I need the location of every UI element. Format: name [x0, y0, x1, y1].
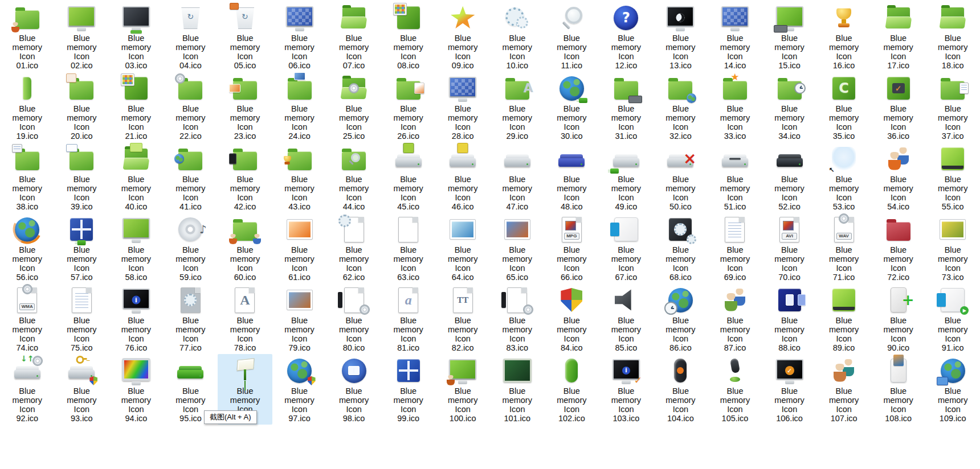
file-icon-01[interactable]: BluememoryIcon01.ico	[0, 1, 55, 72]
file-icon-02[interactable]: BluememoryIcon02.ico	[55, 1, 109, 72]
file-icon-77[interactable]: BluememoryIcon77.ico	[164, 283, 218, 354]
file-icon-32[interactable]: BluememoryIcon32.ico	[654, 72, 708, 142]
file-icon-69[interactable]: BluememoryIcon69.ico	[708, 213, 762, 283]
file-icon-55[interactable]: BluememoryIcon55.ico	[925, 142, 980, 213]
file-icon-92[interactable]: ↓↑BluememoryIcon92.ico	[0, 354, 55, 425]
file-icon-44[interactable]: BluememoryIcon44.ico	[326, 142, 381, 213]
file-icon-06[interactable]: BluememoryIcon06.ico	[272, 1, 327, 72]
file-icon-43[interactable]: BluememoryIcon43.ico	[272, 142, 327, 213]
file-icon-104[interactable]: BluememoryIcon104.ico	[654, 354, 708, 425]
file-icon-64[interactable]: BluememoryIcon64.ico	[435, 213, 490, 283]
file-icon-20[interactable]: BluememoryIcon20.ico	[55, 72, 109, 142]
file-icon-59[interactable]: ♪BluememoryIcon59.ico	[164, 213, 218, 283]
file-icon-13[interactable]: BluememoryIcon13.ico	[654, 1, 708, 72]
file-icon-74[interactable]: WMABluememoryIcon74.ico	[0, 283, 55, 354]
file-icon-07[interactable]: BluememoryIcon07.ico	[326, 1, 381, 72]
file-icon-51[interactable]: BluememoryIcon51.ico	[708, 142, 762, 213]
file-icon-58[interactable]: BluememoryIcon58.ico	[109, 213, 164, 283]
file-icon-11[interactable]: BluememoryIcon11.ico	[545, 1, 599, 72]
file-icon-90[interactable]: +BluememoryIcon90.ico	[871, 283, 926, 354]
file-icon-100[interactable]: BluememoryIcon100.ico	[435, 354, 490, 425]
file-icon-85[interactable]: BluememoryIcon85.ico	[599, 283, 654, 354]
file-icon-17[interactable]: BluememoryIcon17.ico	[871, 1, 926, 72]
file-icon-30[interactable]: BluememoryIcon30.ico	[545, 72, 599, 142]
file-icon-71[interactable]: WAVBluememoryIcon71.ico	[816, 213, 871, 283]
file-icon-12[interactable]: ?BluememoryIcon12.ico	[599, 1, 654, 72]
file-icon-91[interactable]: ▶BluememoryIcon91.ico	[925, 283, 980, 354]
file-icon-101[interactable]: BluememoryIcon101.ico	[490, 354, 545, 425]
file-icon-65[interactable]: BluememoryIcon65.ico	[490, 213, 545, 283]
file-icon-45[interactable]: BluememoryIcon45.ico	[381, 142, 436, 213]
file-icon-81[interactable]: aBluememoryIcon81.ico	[381, 283, 436, 354]
file-icon-46[interactable]: BluememoryIcon46.ico	[435, 142, 490, 213]
file-icon-88[interactable]: BluememoryIcon88.ico	[762, 283, 817, 354]
file-icon-63[interactable]: BluememoryIcon63.ico	[381, 213, 436, 283]
file-icon-42[interactable]: BluememoryIcon42.ico	[218, 142, 272, 213]
file-icon-57[interactable]: BluememoryIcon57.ico	[55, 213, 109, 283]
file-icon-25[interactable]: BluememoryIcon25.ico	[326, 72, 381, 142]
file-icon-22[interactable]: BluememoryIcon22.ico	[164, 72, 218, 142]
file-icon-70[interactable]: AVIBluememoryIcon70.ico	[762, 213, 817, 283]
file-icon-68[interactable]: BluememoryIcon68.ico	[654, 213, 708, 283]
file-icon-41[interactable]: BluememoryIcon41.ico	[164, 142, 218, 213]
file-icon-35[interactable]: CBluememoryIcon35.ico	[816, 72, 871, 142]
file-icon-97[interactable]: BluememoryIcon97.ico	[272, 354, 327, 425]
file-icon-105[interactable]: BluememoryIcon105.ico	[708, 354, 762, 425]
file-icon-14[interactable]: BluememoryIcon14.ico	[708, 1, 762, 72]
file-icon-93[interactable]: BluememoryIcon93.ico	[55, 354, 109, 425]
file-icon-107[interactable]: BluememoryIcon107.ico	[816, 354, 871, 425]
file-icon-36[interactable]: ✓BluememoryIcon36.ico	[871, 72, 926, 142]
file-icon-75[interactable]: BluememoryIcon75.ico	[55, 283, 109, 354]
file-icon-54[interactable]: BluememoryIcon54.ico	[871, 142, 926, 213]
file-icon-47[interactable]: BluememoryIcon47.ico	[490, 142, 545, 213]
file-icon-21[interactable]: BluememoryIcon21.ico	[109, 72, 164, 142]
file-icon-99[interactable]: BluememoryIcon99.ico	[381, 354, 436, 425]
file-icon-60[interactable]: BluememoryIcon60.ico	[218, 213, 272, 283]
file-icon-08[interactable]: BluememoryIcon08.ico	[381, 1, 436, 72]
file-icon-62[interactable]: BluememoryIcon62.ico	[326, 213, 381, 283]
file-icon-67[interactable]: BluememoryIcon67.ico	[599, 213, 654, 283]
file-icon-50[interactable]: ×BluememoryIcon50.ico	[654, 142, 708, 213]
file-icon-61[interactable]: BluememoryIcon61.ico	[272, 213, 327, 283]
file-icon-106[interactable]: ✓BluememoryIcon106.ico	[762, 354, 817, 425]
file-icon-38[interactable]: BluememoryIcon38.ico	[0, 142, 55, 213]
file-icon-53[interactable]: ↖BluememoryIcon53.ico	[816, 142, 871, 213]
file-icon-83[interactable]: BluememoryIcon83.ico	[490, 283, 545, 354]
file-icon-03[interactable]: BluememoryIcon03.ico	[109, 1, 164, 72]
file-icon-66[interactable]: MPGBluememoryIcon66.ico	[545, 213, 599, 283]
file-icon-72[interactable]: BluememoryIcon72.ico	[871, 213, 926, 283]
file-icon-19[interactable]: BluememoryIcon19.ico	[0, 72, 55, 142]
file-icon-78[interactable]: ABluememoryIcon78.ico	[218, 283, 272, 354]
file-icon-56[interactable]: BluememoryIcon56.ico	[0, 213, 55, 283]
file-icon-109[interactable]: BluememoryIcon109.ico	[925, 354, 980, 425]
file-icon-05[interactable]: BluememoryIcon05.ico	[218, 1, 272, 72]
file-icon-102[interactable]: BluememoryIcon102.ico	[545, 354, 599, 425]
file-icon-80[interactable]: BluememoryIcon80.ico	[326, 283, 381, 354]
file-icon-82[interactable]: TTBluememoryIcon82.ico	[435, 283, 490, 354]
file-icon-04[interactable]: BluememoryIcon04.ico	[164, 1, 218, 72]
file-icon-09[interactable]: BluememoryIcon09.ico	[435, 1, 490, 72]
file-icon-16[interactable]: BluememoryIcon16.ico	[816, 1, 871, 72]
file-icon-89[interactable]: BluememoryIcon89.ico	[816, 283, 871, 354]
file-icon-31[interactable]: BluememoryIcon31.ico	[599, 72, 654, 142]
file-icon-87[interactable]: BluememoryIcon87.ico	[708, 283, 762, 354]
file-icon-40[interactable]: BluememoryIcon40.ico	[109, 142, 164, 213]
file-icon-24[interactable]: BluememoryIcon24.ico	[272, 72, 327, 142]
file-icon-103[interactable]: i✓BluememoryIcon103.ico	[599, 354, 654, 425]
file-icon-10[interactable]: BluememoryIcon10.ico	[490, 1, 545, 72]
file-icon-18[interactable]: BluememoryIcon18.ico	[925, 1, 980, 72]
file-icon-23[interactable]: BluememoryIcon23.ico	[218, 72, 272, 142]
file-icon-52[interactable]: BluememoryIcon52.ico	[762, 142, 817, 213]
file-icon-26[interactable]: BluememoryIcon26.ico	[381, 72, 436, 142]
file-icon-48[interactable]: BluememoryIcon48.ico	[545, 142, 599, 213]
file-icon-34[interactable]: BluememoryIcon34.ico	[762, 72, 817, 142]
file-icon-76[interactable]: iBluememoryIcon76.ico	[109, 283, 164, 354]
file-icon-73[interactable]: BluememoryIcon73.ico	[925, 213, 980, 283]
file-icon-86[interactable]: BluememoryIcon86.ico	[654, 283, 708, 354]
file-icon-108[interactable]: BluememoryIcon108.ico	[871, 354, 926, 425]
file-icon-15[interactable]: BluememoryIcon15.ico	[762, 1, 817, 72]
file-icon-37[interactable]: BluememoryIcon37.ico	[925, 72, 980, 142]
file-icon-84[interactable]: BluememoryIcon84.ico	[545, 283, 599, 354]
file-icon-33[interactable]: ★BluememoryIcon33.ico	[708, 72, 762, 142]
file-icon-29[interactable]: ABluememoryIcon29.ico	[490, 72, 545, 142]
